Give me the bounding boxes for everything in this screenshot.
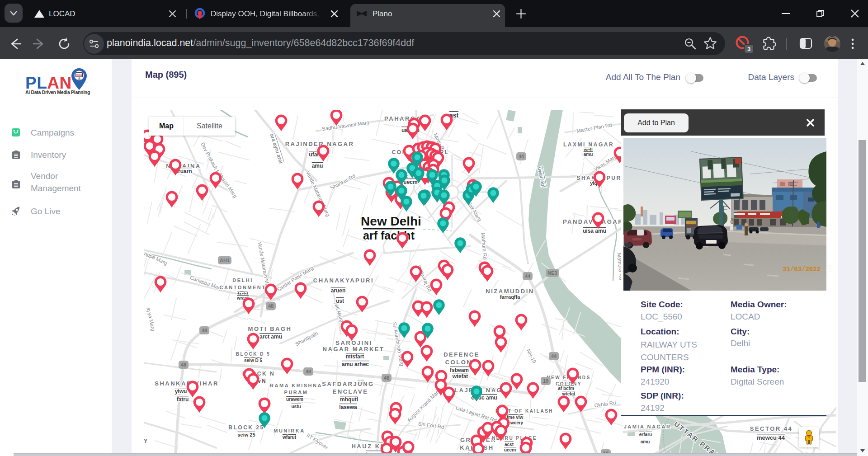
svg-text:wtefat: wtefat [562, 391, 576, 396]
svg-text:OOH: OOH [76, 74, 82, 76]
svg-text:lasewa: lasewa [339, 404, 357, 410]
svg-text:arct amu: arct amu [259, 334, 282, 340]
svg-text:BLOCK D 5: BLOCK D 5 [236, 352, 270, 357]
svg-text:urawem: urawem [286, 397, 303, 402]
svg-text:ustu: ustu [291, 404, 301, 409]
svg-text:BLOCK 25: BLOCK 25 [228, 424, 264, 431]
svg-text:MUNIRKA: MUNIRKA [274, 428, 305, 433]
svg-text:uecm: uecm [403, 179, 417, 185]
svg-text:wfarut: wfarut [282, 435, 297, 440]
svg-text:erfaru: erfaru [639, 432, 652, 437]
svg-text:3: 3 [747, 46, 750, 52]
svg-text:NE3: NE3 [547, 270, 557, 276]
svg-text:mhquti: mhquti [340, 396, 358, 403]
svg-text:44: 44 [525, 273, 531, 279]
svg-text:mtsfart: mtsfart [346, 353, 364, 360]
svg-text:yiwu: yiwu [175, 388, 187, 395]
svg-text:Y: Y [144, 437, 148, 444]
svg-text:uisa amu: uisa amu [583, 228, 606, 234]
svg-text:19: 19 [543, 378, 548, 384]
svg-text:JAMIA NAGAR: JAMIA NAGAR [624, 424, 671, 429]
svg-text:fme viw: fme viw [507, 415, 524, 420]
svg-text:seiw D 5: seiw D 5 [244, 358, 262, 363]
svg-text:CANTONMENT: CANTONMENT [219, 285, 266, 290]
svg-text:31/03/2022: 31/03/2022 [783, 266, 821, 273]
svg-text:fatru: fatru [177, 396, 189, 403]
svg-text:aruen: aruen [331, 287, 346, 294]
svg-text:SAROJINI: SAROJINI [335, 339, 372, 346]
svg-text:RAMA KRISHNA: RAMA KRISHNA [270, 383, 322, 388]
svg-text:af bcfm: af bcfm [558, 386, 574, 391]
svg-text:ufai: ufai [309, 151, 318, 158]
svg-text:NAGAR MARKET: NAGAR MARKET [323, 346, 385, 353]
svg-text:AH1: AH1 [220, 258, 230, 263]
svg-text:48: 48 [202, 328, 207, 333]
svg-text:SAFDARJUNG: SAFDARJUNG [322, 381, 374, 387]
svg-text:DEFENCE: DEFENCE [443, 351, 480, 358]
svg-text:LAXMI NAGAR: LAXMI NAGAR [563, 141, 614, 148]
svg-text:44: 44 [519, 154, 524, 159]
svg-text:ust: ust [336, 298, 344, 304]
svg-text:farraqffa: farraqffa [500, 294, 521, 300]
svg-text:uecm: uecm [504, 447, 516, 452]
svg-text:mewcu 44: mewcu 44 [757, 434, 785, 441]
svg-text:DELHI: DELHI [232, 277, 253, 283]
svg-text:wtefat: wtefat [452, 373, 468, 380]
svg-text:ENCLAVE: ENCLAVE [333, 388, 368, 395]
svg-text:48: 48 [306, 369, 311, 374]
svg-text:MOTI BAGH: MOTI BAGH [248, 325, 292, 332]
svg-text:fsbeam: fsbeam [450, 367, 469, 373]
svg-text:48: 48 [384, 375, 389, 381]
svg-text:48: 48 [181, 362, 186, 367]
svg-text:acst: acst [505, 442, 514, 447]
svg-text:48: 48 [268, 303, 274, 309]
svg-text:wcery: wcery [510, 420, 524, 425]
svg-text:seiw 25: seiw 25 [237, 432, 255, 437]
svg-text:CHANAKYAPURI: CHANAKYAPURI [313, 277, 374, 284]
svg-text:amu: amu [641, 439, 650, 444]
svg-text:44: 44 [551, 353, 557, 359]
svg-text:NIZAMUDDIN: NIZAMUDDIN [486, 288, 534, 295]
svg-text:amu: amu [584, 152, 593, 157]
svg-text:SECTOR 44: SECTOR 44 [750, 425, 793, 432]
svg-text:amu: amu [312, 163, 323, 169]
svg-text:amu arhec: amu arhec [342, 361, 369, 367]
svg-text:PURAM: PURAM [284, 390, 308, 395]
svg-text:New Delhi: New Delhi [361, 214, 421, 228]
